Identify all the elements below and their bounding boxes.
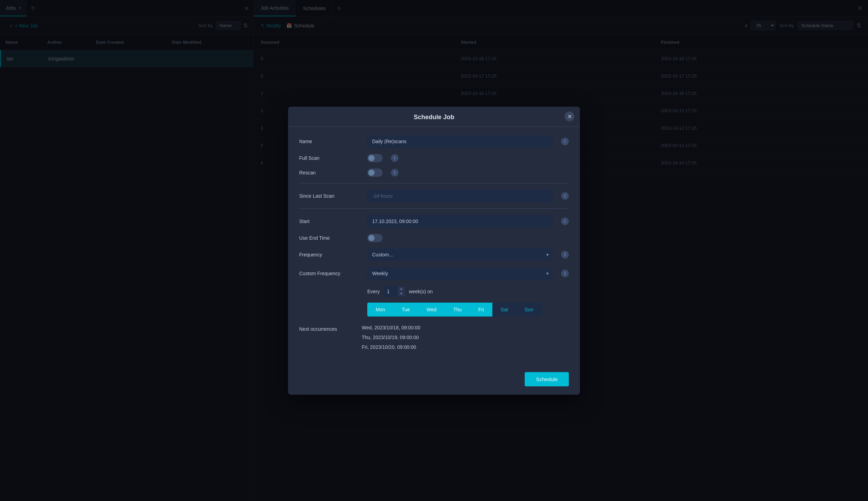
every-input-wrapper: ▲ ▼ xyxy=(384,286,405,297)
use-end-time-toggle[interactable] xyxy=(367,234,383,242)
full-scan-info-icon[interactable]: i xyxy=(391,154,399,162)
name-row: Name i xyxy=(299,135,569,148)
rescan-toggle[interactable] xyxy=(367,169,383,177)
full-scan-thumb xyxy=(368,155,375,161)
since-last-scan-input[interactable] xyxy=(367,190,553,202)
frequency-select-wrapper: Custom... ▾ xyxy=(367,248,553,261)
name-label: Name xyxy=(299,139,362,144)
full-scan-row: Full Scan i xyxy=(299,154,569,162)
occurrence-3: Fri, 2023/10/20, 09:00:00 xyxy=(362,344,420,350)
frequency-info-icon[interactable]: i xyxy=(561,251,569,258)
name-info-icon[interactable]: i xyxy=(561,138,569,145)
stepper-up-button[interactable]: ▲ xyxy=(398,287,405,291)
custom-frequency-row: Custom Frequency Weekly ▾ i xyxy=(299,267,569,280)
modal-footer: Schedule xyxy=(288,367,580,395)
modal-body: Name i Full Scan i Rescan xyxy=(288,127,580,367)
full-scan-label: Full Scan xyxy=(299,155,362,161)
rescan-label: Rescan xyxy=(299,170,362,175)
since-last-scan-info-icon[interactable]: i xyxy=(561,192,569,200)
rescan-thumb xyxy=(368,170,375,176)
rescan-info-icon[interactable]: i xyxy=(391,169,399,176)
next-occurrences-label: Next occurrences xyxy=(299,325,362,332)
frequency-select[interactable]: Custom... xyxy=(367,248,553,261)
modal-header: Schedule Job ✕ xyxy=(288,107,580,127)
day-mon-button[interactable]: Mon xyxy=(367,303,393,317)
occurrence-2: Thu, 2023/10/19, 09:00:00 xyxy=(362,335,420,340)
custom-frequency-info-icon[interactable]: i xyxy=(561,270,569,277)
use-end-time-label: Use End Time xyxy=(299,235,362,241)
week-suffix: week(s) on xyxy=(409,289,433,294)
schedule-job-modal: Schedule Job ✕ Name i Full Scan i xyxy=(288,107,580,395)
day-fri-button[interactable]: Fri xyxy=(470,303,492,317)
occurrences-list: Wed, 2023/10/18, 09:00:00 Thu, 2023/10/1… xyxy=(362,325,420,350)
every-row: Every ▲ ▼ week(s) on xyxy=(367,286,569,297)
stepper-down-button[interactable]: ▼ xyxy=(398,291,405,296)
start-input-group xyxy=(367,215,553,228)
rescan-row: Rescan i xyxy=(299,169,569,183)
custom-frequency-select-wrapper: Weekly ▾ xyxy=(367,267,553,280)
day-tue-button[interactable]: Tue xyxy=(393,303,418,317)
every-label: Every xyxy=(367,289,380,294)
modal-close-button[interactable]: ✕ xyxy=(565,112,574,121)
day-thu-button[interactable]: Thu xyxy=(445,303,470,317)
day-sun-button[interactable]: Sun xyxy=(516,303,542,317)
use-end-time-row: Use End Time xyxy=(299,234,569,242)
name-input[interactable] xyxy=(367,135,553,148)
modal-overlay: Schedule Job ✕ Name i Full Scan i xyxy=(0,0,868,501)
every-stepper: ▲ ▼ xyxy=(398,287,405,296)
full-scan-toggle[interactable] xyxy=(367,154,383,162)
use-end-time-thumb xyxy=(368,235,375,241)
start-input[interactable] xyxy=(367,215,553,228)
since-last-scan-label: Since Last Scan xyxy=(299,193,362,199)
since-last-scan-input-group xyxy=(367,190,553,202)
name-input-group xyxy=(367,135,553,148)
frequency-label: Frequency xyxy=(299,252,362,257)
start-label: Start xyxy=(299,219,362,224)
schedule-button[interactable]: Schedule xyxy=(525,372,569,386)
day-sat-button[interactable]: Sat xyxy=(492,303,516,317)
modal-title: Schedule Job xyxy=(413,114,454,121)
start-info-icon[interactable]: i xyxy=(561,217,569,225)
days-row: Mon Tue Wed Thu Fri Sat Sun xyxy=(367,303,569,317)
frequency-row: Frequency Custom... ▾ i xyxy=(299,248,569,261)
occurrence-1: Wed, 2023/10/18, 09:00:00 xyxy=(362,325,420,330)
day-wed-button[interactable]: Wed xyxy=(418,303,445,317)
custom-frequency-select[interactable]: Weekly xyxy=(367,267,553,280)
start-row: Start i xyxy=(299,215,569,228)
every-input[interactable] xyxy=(384,286,398,297)
custom-frequency-label: Custom Frequency xyxy=(299,271,362,276)
since-last-scan-row: Since Last Scan i xyxy=(299,190,569,209)
occurrences-row: Next occurrences Wed, 2023/10/18, 09:00:… xyxy=(299,325,569,355)
